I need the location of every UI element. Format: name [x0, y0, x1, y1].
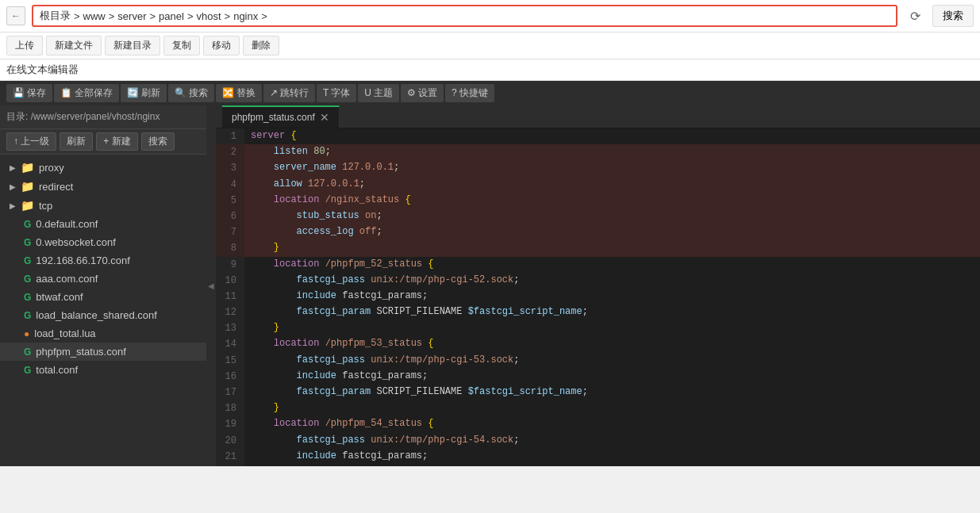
path-server[interactable]: server	[117, 10, 146, 22]
line-number: 5	[216, 193, 244, 209]
code-line: 9 location /phpfpm_52_status {	[216, 257, 980, 273]
file-sidebar: 目录: /www/server/panel/vhost/nginx ↑ 上一级 …	[0, 105, 206, 466]
code-line: 10 fastcgi_pass unix:/tmp/php-cgi-52.soc…	[216, 273, 980, 289]
editor-title-bar: 在线文本编辑器	[0, 59, 980, 81]
theme-icon: U	[364, 87, 371, 98]
folder-icon: 📁	[21, 199, 34, 212]
save-all-button[interactable]: 📋全部保存	[54, 84, 119, 102]
replace-button[interactable]: 🔀替换	[216, 84, 262, 102]
sidebar-item-proxy[interactable]: ▶ 📁 proxy	[0, 158, 206, 177]
sidebar-up-button[interactable]: ↑ 上一级	[6, 132, 56, 151]
search-icon: 🔍	[175, 87, 186, 98]
line-number: 19	[216, 416, 244, 432]
collapse-icon: ◀	[208, 281, 214, 290]
settings-icon: ⚙	[407, 87, 416, 98]
code-line: 3 server_name 127.0.0.1;	[216, 160, 980, 176]
line-code: listen 80;	[244, 144, 980, 160]
sidebar-item-aaa[interactable]: G aaa.com.conf	[0, 270, 206, 288]
sidebar-item-tcp[interactable]: ▶ 📁 tcp	[0, 196, 206, 215]
line-code: fastcgi_param SCRIPT_FILENAME $fastcgi_s…	[244, 385, 980, 400]
save-button[interactable]: 💾保存	[6, 84, 52, 102]
address-refresh-button[interactable]: ⟳	[904, 5, 926, 27]
address-search-button[interactable]: 搜索	[932, 5, 974, 27]
line-code: fastcgi_pass unix:/tmp/php-cgi-54.sock;	[244, 433, 980, 449]
sidebar-item-lbs[interactable]: G load_balance_shared.conf	[0, 306, 206, 324]
sidebar-refresh-button[interactable]: 刷新	[60, 132, 93, 151]
line-code: server {	[244, 128, 980, 144]
code-line: 14 location /phpfpm_53_status {	[216, 336, 980, 352]
sidebar-item-label: aaa.com.conf	[36, 273, 98, 285]
tab-filename: phpfpm_status.conf	[232, 112, 315, 123]
line-code: }	[244, 240, 980, 256]
line-code: location /phpfpm_52_status {	[244, 257, 980, 273]
settings-button[interactable]: ⚙设置	[401, 84, 444, 102]
toolbar-btn-6[interactable]: 删除	[243, 36, 279, 56]
line-number: 11	[216, 289, 244, 304]
line-number: 7	[216, 224, 244, 240]
sidebar-item-btwaf[interactable]: G btwaf.conf	[0, 288, 206, 306]
shortcuts-icon: ?	[452, 87, 457, 98]
sidebar-actions: ↑ 上一级 刷新 + 新建 搜索	[0, 129, 206, 155]
sidebar-new-button[interactable]: + 新建	[96, 132, 137, 151]
sidebar-item-0default[interactable]: G 0.default.conf	[0, 215, 206, 233]
chevron-icon: ▶	[10, 182, 16, 191]
line-number: 16	[216, 369, 244, 385]
code-content[interactable]: 1server {2 listen 80;3 server_name 127.0…	[216, 128, 980, 466]
path-nginx[interactable]: nginx	[233, 10, 258, 22]
line-code: stub_status on;	[244, 209, 980, 224]
code-line: 17 fastcgi_param SCRIPT_FILENAME $fastcg…	[216, 385, 980, 400]
theme-button[interactable]: U主题	[358, 84, 399, 102]
line-number: 6	[216, 209, 244, 224]
sidebar-item-label: 0.default.conf	[36, 218, 98, 230]
sidebar-item-total[interactable]: G total.conf	[0, 361, 206, 379]
code-line: 2 listen 80;	[216, 144, 980, 160]
goto-button[interactable]: ↗跳转行	[263, 84, 315, 102]
search-button[interactable]: 🔍搜索	[168, 84, 214, 102]
path-panel[interactable]: panel	[159, 10, 184, 22]
line-number: 1	[216, 128, 244, 144]
sidebar-item-phpfpm[interactable]: G phpfpm_status.conf	[0, 343, 206, 361]
sidebar-item-lua[interactable]: ● load_total.lua	[0, 324, 206, 343]
path-www[interactable]: www	[83, 10, 106, 22]
folder-icon: 📁	[21, 161, 34, 174]
sidebar-item-0websocket[interactable]: G 0.websocket.conf	[0, 233, 206, 251]
refresh-icon: 🔄	[127, 87, 139, 98]
code-line: 22 fastcgi_param SCRIPT_FILENAME $fastcg…	[216, 465, 980, 466]
path-root[interactable]: 根目录	[40, 9, 71, 23]
code-line: 11 include fastcgi_params;	[216, 289, 980, 304]
back-button[interactable]: ←	[6, 6, 25, 25]
toolbar-btn-2[interactable]: 新建文件	[46, 36, 102, 56]
line-number: 2	[216, 144, 244, 160]
line-number: 3	[216, 160, 244, 176]
sidebar-collapse-handle[interactable]: ◀	[206, 105, 216, 466]
code-tabs: phpfpm_status.conf ✕	[216, 105, 980, 128]
code-tab-phpfpm[interactable]: phpfpm_status.conf ✕	[222, 105, 340, 128]
line-code: location /nginx_status {	[244, 193, 980, 209]
file-toolbar-row: 上传 新建文件 新建目录 复制 移动 删除	[0, 33, 980, 59]
toolbar-btn-4[interactable]: 复制	[163, 36, 200, 56]
toolbar-btn-5[interactable]: 移动	[203, 36, 240, 56]
toolbar-btn-1[interactable]: 上传	[6, 36, 43, 56]
path-vhost[interactable]: vhost	[196, 10, 221, 22]
sidebar-search-button[interactable]: 搜索	[141, 132, 175, 151]
chevron-icon: ▶	[10, 163, 16, 172]
code-line: 4 allow 127.0.0.1;	[216, 177, 980, 193]
line-number: 12	[216, 304, 244, 320]
line-code: include fastcgi_params;	[244, 369, 980, 385]
font-button[interactable]: T字体	[317, 84, 356, 102]
refresh-button[interactable]: 🔄刷新	[121, 84, 167, 102]
shortcuts-button[interactable]: ?快捷键	[445, 84, 494, 102]
line-number: 9	[216, 257, 244, 273]
tab-close-button[interactable]: ✕	[320, 111, 329, 124]
line-number: 10	[216, 273, 244, 289]
code-line: 1server {	[216, 128, 980, 144]
code-editor[interactable]: phpfpm_status.conf ✕ 1server {2 listen 8…	[216, 105, 980, 466]
sidebar-item-192[interactable]: G 192.168.66.170.conf	[0, 251, 206, 270]
sidebar-item-redirect[interactable]: ▶ 📁 redirect	[0, 177, 206, 196]
code-line: 5 location /nginx_status {	[216, 193, 980, 209]
sidebar-item-label: 0.websocket.conf	[36, 236, 115, 248]
code-line: 13 }	[216, 320, 980, 336]
toolbar-btn-3[interactable]: 新建目录	[105, 36, 160, 56]
editor-title-text: 在线文本编辑器	[6, 63, 79, 75]
editor-toolbar: 💾保存 📋全部保存 🔄刷新 🔍搜索 🔀替换 ↗跳转行 T字体 U主题 ⚙设置 ?…	[0, 81, 980, 105]
